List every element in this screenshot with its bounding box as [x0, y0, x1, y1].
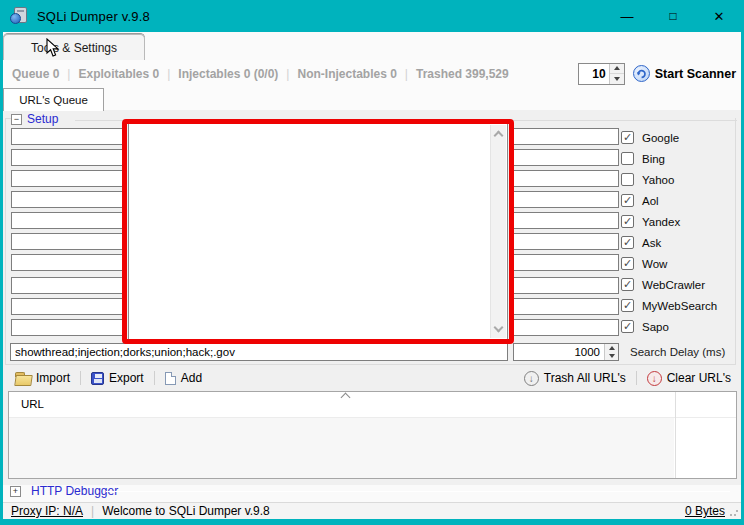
- spin-down-button[interactable]: [605, 352, 618, 360]
- dork-field[interactable]: [11, 170, 124, 187]
- engine-checkbox-row[interactable]: Aol: [621, 190, 717, 211]
- checkbox-icon[interactable]: [621, 152, 634, 165]
- spin-up-button[interactable]: [605, 344, 618, 352]
- counter-separator: |: [67, 67, 70, 81]
- maximize-button[interactable]: □: [650, 0, 696, 32]
- engine-label: Ask: [642, 237, 661, 249]
- engine-label: WebCrawler: [642, 279, 705, 291]
- trash-all-urls-button[interactable]: ↓ Trash All URL's: [520, 369, 630, 388]
- dorks-textarea[interactable]: [128, 123, 508, 340]
- close-button[interactable]: ✕: [696, 0, 742, 32]
- engine-checkbox-row[interactable]: Google: [621, 127, 717, 148]
- app-icon: [10, 7, 29, 25]
- dork-field[interactable]: [11, 254, 124, 271]
- expand-debugger-icon[interactable]: +: [10, 486, 21, 497]
- minimize-button[interactable]: —: [604, 0, 650, 32]
- counter-item: Non-Injectables 0 |: [297, 67, 415, 81]
- engine-label: Google: [642, 132, 679, 144]
- collapse-setup-icon[interactable]: −: [11, 114, 22, 125]
- dork-field[interactable]: [11, 319, 124, 336]
- dork-field[interactable]: [11, 298, 124, 315]
- engine-label: Bing: [642, 153, 665, 165]
- engine-checkbox-row[interactable]: Wow: [621, 253, 717, 274]
- dork-field[interactable]: [513, 128, 619, 145]
- url-list[interactable]: URL: [8, 391, 737, 479]
- checkbox-icon[interactable]: [621, 257, 634, 270]
- checkbox-icon[interactable]: [621, 236, 634, 249]
- counter-label: Non-Injectables 0: [297, 67, 396, 81]
- dork-field[interactable]: [513, 170, 619, 187]
- start-scanner-button[interactable]: Start Scanner: [655, 67, 736, 81]
- collapse-splitter-icon[interactable]: [341, 393, 351, 403]
- dork-field[interactable]: [11, 191, 124, 208]
- dork-field[interactable]: [513, 319, 619, 336]
- engine-label: MyWebSearch: [642, 300, 717, 312]
- resize-grip[interactable]: [729, 507, 739, 517]
- clear-urls-button[interactable]: ↓ Clear URL's: [643, 369, 735, 388]
- checkbox-icon[interactable]: [621, 194, 634, 207]
- open-folder-icon: [15, 372, 31, 385]
- engine-checkbox-row[interactable]: Sapo: [621, 316, 717, 337]
- add-label: Add: [181, 371, 202, 385]
- checkbox-icon[interactable]: [621, 320, 634, 333]
- dork-field[interactable]: [513, 298, 619, 315]
- dork-field[interactable]: [513, 277, 619, 294]
- setup-legend: − Setup: [11, 112, 62, 126]
- sub-tab-bar: URL's Queue Exploitables Injectables Non…: [3, 87, 741, 110]
- delay-spin-buttons: [604, 344, 618, 360]
- window-controls: — □ ✕: [604, 0, 742, 32]
- bytes-counter-link[interactable]: 0 Bytes: [685, 504, 725, 518]
- checkbox-icon[interactable]: [621, 278, 634, 291]
- engine-label: Sapo: [642, 321, 669, 333]
- trash-all-label: Trash All URL's: [544, 371, 626, 385]
- counter-separator: |: [405, 67, 408, 81]
- proxy-ip-link[interactable]: Proxy IP: N/A: [11, 504, 83, 518]
- engine-checkbox-row[interactable]: WebCrawler: [621, 274, 717, 295]
- scroll-up-icon[interactable]: [494, 131, 504, 141]
- column-divider[interactable]: [675, 392, 676, 478]
- dork-field[interactable]: [11, 149, 124, 166]
- url-toolbar: Import Export Add ↓: [3, 366, 741, 390]
- dork-field[interactable]: [11, 233, 124, 250]
- engine-label: Yandex: [642, 216, 680, 228]
- threads-spin-buttons: [609, 64, 624, 84]
- setup-legend-label: Setup: [27, 112, 62, 126]
- dork-field[interactable]: [513, 191, 619, 208]
- dork-field[interactable]: [513, 212, 619, 229]
- engine-checkbox-row[interactable]: Bing: [621, 148, 717, 169]
- checkbox-icon[interactable]: [621, 299, 634, 312]
- main-tab[interactable]: Tools & Settings: [3, 34, 145, 60]
- dorks-scrollbar[interactable]: [490, 125, 506, 338]
- engine-checkbox-row[interactable]: Ask: [621, 232, 717, 253]
- window-title: SQLi Dumper v.9.8: [37, 9, 150, 24]
- add-button[interactable]: Add: [161, 369, 206, 387]
- engine-checkbox-row[interactable]: Yandex: [621, 211, 717, 232]
- import-button[interactable]: Import: [11, 369, 74, 387]
- checkbox-icon[interactable]: [621, 131, 634, 144]
- scroll-down-icon[interactable]: [494, 323, 504, 333]
- counter-label: Exploitables 0: [78, 67, 159, 81]
- engine-checkbox-row[interactable]: MyWebSearch: [621, 295, 717, 316]
- threads-spinner[interactable]: 10: [578, 63, 625, 85]
- dorks-keywords-input[interactable]: [10, 343, 508, 361]
- search-engine-checkboxes: Google Bing Yahoo Aol: [621, 127, 717, 337]
- export-button[interactable]: Export: [87, 369, 148, 387]
- spin-down-button[interactable]: [610, 74, 624, 84]
- dork-field[interactable]: [513, 233, 619, 250]
- counters: Queue 0 | Exploitables 0 | Injectables 0…: [3, 67, 509, 81]
- dork-field[interactable]: [11, 128, 124, 145]
- url-column-header[interactable]: URL: [21, 398, 44, 410]
- sub-tab[interactable]: URL's Queue: [3, 88, 104, 111]
- export-label: Export: [109, 371, 144, 385]
- spin-up-button[interactable]: [610, 64, 624, 75]
- url-list-body[interactable]: [9, 418, 674, 478]
- dork-field[interactable]: [513, 254, 619, 271]
- checkbox-icon[interactable]: [621, 173, 634, 186]
- engine-checkbox-row[interactable]: Yahoo: [621, 169, 717, 190]
- import-label: Import: [36, 371, 70, 385]
- dork-field[interactable]: [513, 149, 619, 166]
- dork-field[interactable]: [11, 277, 124, 294]
- search-delay-spinner[interactable]: 1000: [513, 343, 619, 361]
- checkbox-icon[interactable]: [621, 215, 634, 228]
- dork-field[interactable]: [11, 212, 124, 229]
